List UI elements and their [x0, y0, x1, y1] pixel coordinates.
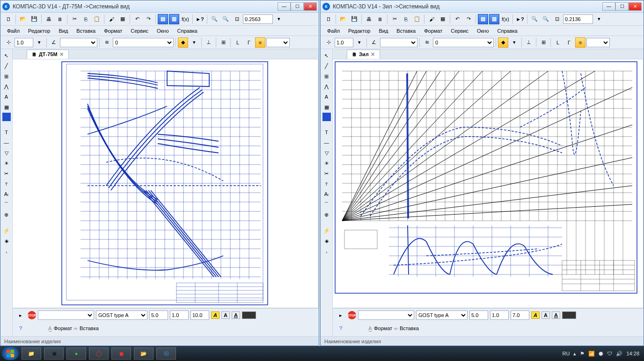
tray-net-icon[interactable]: 📶	[588, 351, 595, 357]
menu-service[interactable]: Сервис	[447, 27, 472, 35]
copy-icon[interactable]: ⎘	[80, 14, 91, 24]
ortho-icon[interactable]: L	[233, 37, 243, 48]
grid-icon[interactable]: ⊞	[218, 37, 228, 48]
tri-icon[interactable]: ▽	[322, 148, 331, 158]
text-icon[interactable]: А	[2, 92, 11, 101]
brush-icon[interactable]: 🖌	[426, 14, 437, 24]
mode-select[interactable]	[586, 38, 610, 47]
tray-shield-icon[interactable]: 🛡	[607, 351, 612, 356]
menu-file[interactable]: Файл	[323, 27, 344, 35]
fmt-tab-format[interactable]: Формат	[54, 325, 72, 331]
task-explorer[interactable]: 📁	[22, 347, 41, 360]
menu-view[interactable]: Вид	[375, 27, 392, 35]
stop-icon[interactable]: STOP	[28, 311, 36, 319]
bluebox-icon[interactable]	[322, 113, 331, 121]
manager-icon[interactable]: ▤	[478, 14, 488, 24]
doc-tab[interactable]: 🗎 Зил ✕	[347, 50, 380, 59]
menu-file[interactable]: Файл	[3, 27, 23, 35]
comma-icon[interactable]: ⸲	[322, 246, 331, 256]
clock[interactable]: 14:28	[626, 351, 639, 356]
size1-input[interactable]: 5.0	[149, 310, 168, 320]
ortho-icon[interactable]: L	[553, 37, 563, 48]
help-icon[interactable]: ►?	[515, 14, 525, 24]
cut2-icon[interactable]: ✂	[2, 169, 11, 178]
step-input[interactable]	[335, 38, 353, 47]
menu-window[interactable]: Окно	[473, 27, 493, 35]
help2-icon[interactable]: ?	[15, 323, 26, 333]
fx-icon[interactable]: f(x)	[180, 14, 190, 24]
dropdown-icon[interactable]: ▾	[189, 37, 199, 48]
menu-insert[interactable]: Вставка	[73, 27, 99, 35]
angle-icon[interactable]: ∠	[369, 37, 379, 48]
sun-icon[interactable]: ☀	[322, 159, 331, 168]
dropdown-icon[interactable]: ▾	[34, 37, 44, 48]
preview-icon[interactable]: 🗎	[55, 14, 65, 24]
props-icon[interactable]: ▦	[438, 14, 448, 24]
perp-icon[interactable]: ⊥	[204, 37, 214, 48]
zoom-in-icon[interactable]: 🔍	[529, 14, 540, 24]
props-icon[interactable]: ▦	[117, 14, 128, 24]
text-style-select[interactable]	[38, 310, 94, 320]
segment-icon[interactable]: ╱	[2, 61, 11, 71]
style-select[interactable]	[380, 38, 417, 47]
compass-icon[interactable]: ⋀	[322, 82, 331, 91]
close-button[interactable]: ✕	[629, 2, 642, 11]
menu-format[interactable]: Формат	[100, 27, 126, 35]
menu-window[interactable]: Окно	[153, 27, 173, 35]
bolt-icon[interactable]: ⚡	[322, 226, 331, 235]
size2-input[interactable]: 1.0	[170, 310, 189, 320]
globe-icon[interactable]: ⊕	[322, 210, 331, 219]
lang-indicator[interactable]: RU	[563, 351, 570, 356]
layer-select[interactable]: 0	[113, 38, 174, 47]
a2-icon[interactable]: Aₗ	[322, 189, 331, 199]
zoom-area-icon[interactable]: ⊡	[232, 14, 242, 24]
menu-help[interactable]: Справка	[494, 27, 521, 35]
paste-icon[interactable]: 📋	[92, 14, 102, 24]
brush-icon[interactable]: 🖌	[106, 14, 117, 24]
tree-icon[interactable]: ▥	[489, 14, 499, 24]
size3-input[interactable]: 10.0	[190, 310, 209, 320]
size3-input[interactable]: 7.0	[511, 310, 529, 320]
modes-icon[interactable]: ≡	[255, 37, 265, 48]
modes-icon[interactable]: ≡	[575, 37, 585, 48]
copy-icon[interactable]: ⎘	[401, 14, 411, 24]
grid2-icon[interactable]: ⊞	[322, 72, 331, 81]
task-app3[interactable]: ◼	[111, 347, 131, 360]
trace-icon[interactable]: Γ	[244, 37, 254, 48]
grid-icon[interactable]: ⊞	[538, 37, 549, 48]
menu-format[interactable]: Формат	[420, 27, 446, 35]
save-icon[interactable]: 💾	[349, 14, 359, 24]
font-select[interactable]: GOST type A	[96, 310, 147, 320]
fmt-tab-format[interactable]: Формат	[374, 325, 392, 331]
bold-a-icon[interactable]: A	[221, 311, 230, 319]
font-select[interactable]: GOST type A	[416, 310, 468, 320]
layer-icon[interactable]: ≋	[102, 37, 112, 48]
print-icon[interactable]: 🖶	[44, 14, 54, 24]
maximize-button[interactable]: ☐	[291, 2, 304, 11]
task-app2[interactable]: ◯	[89, 347, 109, 360]
arrow-icon[interactable]: ▸	[336, 310, 346, 320]
new-icon[interactable]: 🗋	[3, 14, 14, 24]
text-color-swatch[interactable]	[562, 311, 576, 319]
size2-input[interactable]: 1.0	[490, 310, 509, 320]
maximize-button[interactable]: ☐	[615, 2, 629, 11]
grid2-icon[interactable]: ⊞	[2, 72, 11, 81]
text-icon[interactable]: А	[322, 92, 331, 101]
undo-icon[interactable]: ↶	[452, 14, 462, 24]
tray-up-icon[interactable]: ▴	[573, 351, 576, 357]
dropdown-icon[interactable]: ▾	[594, 14, 604, 24]
menu-edit[interactable]: Редактор	[24, 27, 54, 35]
bolt-icon[interactable]: ⚡	[2, 226, 11, 235]
style-select[interactable]	[60, 38, 97, 47]
segment-icon[interactable]: ╱	[322, 61, 331, 71]
task-folder[interactable]: 🖥	[44, 347, 64, 360]
menu-insert[interactable]: Вставка	[393, 27, 419, 35]
arc-icon[interactable]: ⌒	[322, 200, 331, 209]
cursor-icon[interactable]: ↖	[2, 51, 11, 60]
underline-a-icon[interactable]: A	[552, 311, 560, 319]
doc-tab[interactable]: 🗎 ДТ-75М ✕	[27, 50, 69, 59]
perp-icon[interactable]: ⊥	[524, 37, 534, 48]
t-icon[interactable]: T	[322, 128, 331, 137]
bold-a-icon[interactable]: A	[542, 311, 550, 319]
fmt-tab-insert[interactable]: Вставка	[80, 325, 99, 331]
